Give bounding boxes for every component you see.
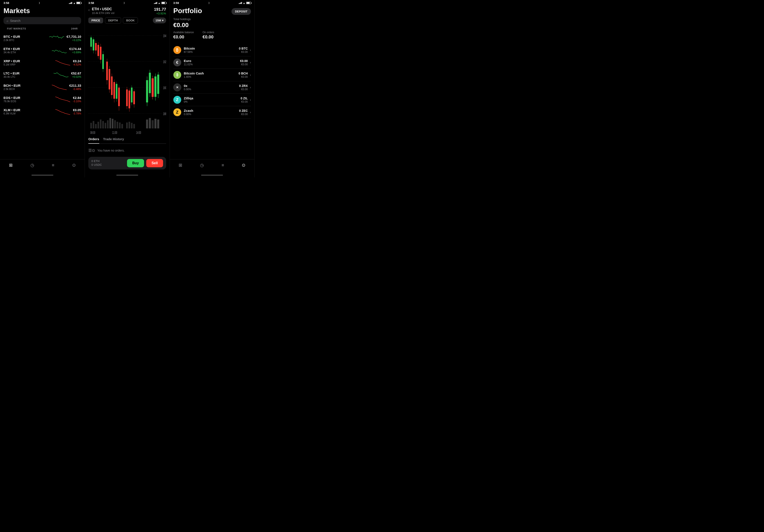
total-holdings-label: Total holdings [173,18,251,21]
svg-rect-44 [126,89,128,106]
asset-item-zrx[interactable]: ✕ 0x 0.00% 0 ZRX €0.00 › [170,81,255,93]
status-icons-chart: ▲ [154,2,166,4]
status-bar-markets: 3:58 ⟩ ▲ [0,0,85,5]
nav-account[interactable]: ⊙ [69,162,79,169]
fiat-markets-label: FIAT MARKETS [7,27,26,30]
tab-depth[interactable]: DEPTH [105,17,121,24]
nav-portfolio-pie2[interactable]: ◷ [197,162,207,169]
svg-rect-88 [133,124,135,128]
pie-nav-icon: ◷ [30,163,34,168]
market-item-btceur[interactable]: BTC • EUR 2.0k BTC €7,731.10 +3.22% [0,32,85,44]
tab-orders[interactable]: Orders [88,137,99,144]
market-info-xlmeur: XLM • EUR 6.3M XLM [4,108,53,115]
market-list: BTC • EUR 2.0k BTC €7,731.10 +3.22% ETH … [0,32,85,159]
sell-button[interactable]: Sell [146,159,163,167]
orders-tabs: Orders Trade History [88,137,166,144]
nav-orders-portfolio[interactable]: ≡ [218,162,228,169]
market-info-xrpeur: XRP • EUR 5.1M XRP [4,59,53,66]
pair-eoseur: EOS • EUR [4,96,53,100]
search-bar[interactable]: ⌕ Search [4,17,81,24]
sparkline-xrpeur [55,59,71,66]
orders-nav-icon: ≡ [52,163,55,168]
nav-markets-portfolio[interactable]: ⊞ [175,162,186,169]
market-item-bcheur[interactable]: BCH • EUR 2.5k BCH €211.33 -0.48% [0,81,85,93]
svg-rect-20 [100,47,101,60]
nav-markets[interactable]: ⊞ [5,162,16,169]
sparkline-etheur [52,47,67,55]
tab-trade-history[interactable]: Trade History [103,137,124,142]
asset-item-zec[interactable]: Z Zcash 0.00% 0 ZEC €0.00 › [170,106,255,118]
battery-icon-markets [76,2,81,4]
zec-icon: Z [173,108,181,116]
24hr-label: 24HR [71,27,78,30]
price-xlmeur: €0.05 -3.78% [73,108,81,115]
bch-pct: 1.40% [184,75,239,78]
no-orders-message: ☰⊙ You have no orders. [88,146,166,155]
tab-book[interactable]: BOOK [123,17,138,24]
svg-rect-47 [128,91,130,108]
zec-info: Zcash 0.00% [184,109,239,116]
zil-value: 0 ZIL €0.00 [241,96,248,103]
chart-price-value: 191.77 [154,7,166,12]
trade-actions: Buy Sell [127,159,163,167]
bitcoin-value: 0 BTC €0.00 [239,47,248,54]
signal-icon-chart [154,2,157,4]
portfolio-screen: 3:59 ⟩ ▲ Portfolio DEPOSIT Total holding… [170,0,255,177]
divider6 [173,118,251,119]
svg-rect-80 [112,119,113,128]
zil-icon: Z [173,96,181,104]
available-balance-label: Available balance [173,31,194,34]
svg-rect-35 [113,82,115,99]
nav-orders[interactable]: ≡ [48,162,58,169]
bitcoin-amount: 0 BTC [239,47,248,50]
account-nav-icon: ⊙ [72,163,76,168]
market-item-etheur[interactable]: ETH • EUR 34.4k ETH €174.44 +3.69% [0,44,85,57]
no-orders-icon: ☰⊙ [88,148,95,153]
time-chart: 3:58 [88,1,94,5]
deposit-button[interactable]: DEPOSIT [232,8,251,15]
asset-item-zil[interactable]: Z Zilliqa 0% 0 ZIL €0.00 › [170,94,255,106]
asset-item-bch[interactable]: ₿ Bitcoin Cash 1.40% 0 BCH €0.00 › [170,69,255,81]
market-item-eoseur[interactable]: EOS • EUR 76.9k EOS €2.84 -3.10% [0,93,85,105]
price-btceur: €7,731.10 +3.22% [67,35,81,42]
chart-screen: 3:58 ⟩ ▲ ‹ ETH • USDC 10.4k ETH 24hr vol… [85,0,170,177]
svg-rect-71 [90,123,92,129]
bch-icon: ₿ [173,71,181,79]
svg-rect-81 [114,120,116,128]
tab-price[interactable]: PRICE [88,18,103,23]
pair-ltceur: LTC • EUR [4,71,51,75]
market-item-xrpeur[interactable]: XRP • EUR 5.1M XRP €0.24 -4.52% [0,57,85,69]
bitcoin-icon: ₿ [173,46,181,54]
market-item-ltceur[interactable]: LTC • EUR 30.4k LTC €52.67 +0.02% [0,69,85,81]
portfolio-bottom-nav: ⊞ ◷ ≡ ⊙ [170,159,255,173]
markets-screen: 3:58 ⟩ ▲ Markets ⌕ Search FIAT MARKETS 2… [0,0,85,177]
asset-list: ₿ Bitcoin 87.58% 0 BTC €0.00 › € Euro 11… [170,44,255,159]
svg-rect-62 [152,78,154,97]
buy-button[interactable]: Buy [127,159,144,167]
svg-rect-65 [154,76,156,97]
market-item-xlmeur[interactable]: XLM • EUR 6.3M XLM €0.05 -3.78% [0,105,85,118]
bitcoin-eur: €0.00 [239,51,248,54]
bch-name: Bitcoin Cash [184,71,239,75]
nav-account-portfolio[interactable]: ⊙ [238,162,249,169]
svg-rect-78 [107,120,108,128]
back-button[interactable]: ‹ [88,8,90,12]
svg-rect-73 [95,124,96,128]
timeframe-button[interactable]: 15M ▾ [153,18,166,23]
total-holdings-value: €0.00 [173,22,251,29]
trade-balance: 0 ETH 0 USDC [92,159,102,167]
nav-portfolio-pie[interactable]: ◷ [27,162,38,169]
svg-rect-32 [111,76,112,95]
battery-icon-chart [161,2,166,4]
status-bar-portfolio: 3:59 ⟩ ▲ [170,0,255,5]
asset-item-euro[interactable]: € Euro 11.02% €0.00 €0.00 › [170,56,255,68]
home-indicator-markets [0,173,85,177]
svg-rect-91 [152,120,154,128]
zrx-info: 0x 0.00% [184,84,239,91]
wifi-icon-chart: ▲ [158,2,160,4]
asset-item-bitcoin[interactable]: ₿ Bitcoin 87.58% 0 BTC €0.00 › [170,44,255,56]
svg-rect-26 [106,62,108,80]
chart-pair-info: ETH • USDC 10.4k ETH 24hr vol [92,7,114,15]
zil-name: Zilliqa [184,96,241,100]
chart-header: ‹ ETH • USDC 10.4k ETH 24hr vol 191.77 +… [85,5,169,16]
